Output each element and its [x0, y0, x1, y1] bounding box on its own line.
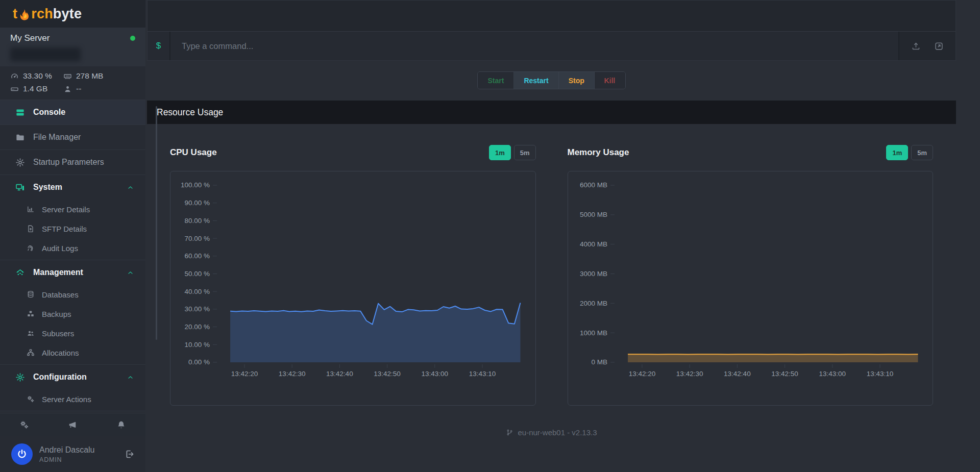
sidebar-item-server-actions[interactable]: Server Actions: [0, 389, 145, 409]
svg-text:13:42:30: 13:42:30: [676, 370, 703, 378]
console-output[interactable]: [148, 1, 955, 32]
cpu-stat-value: 33.30 %: [23, 71, 52, 81]
database-icon: [27, 290, 35, 299]
sidebar: t rch byte My Server 33.30 % 278 MB 1.4 …: [0, 0, 145, 472]
avatar[interactable]: [11, 443, 33, 465]
memory-usage-range-toggle: 1m5m: [886, 145, 933, 160]
svg-text:2000 MB: 2000 MB: [579, 300, 607, 307]
logout-icon[interactable]: [124, 449, 134, 459]
flame-icon: [18, 9, 31, 21]
popout-icon[interactable]: [934, 41, 944, 51]
server-id-redacted: [10, 47, 81, 61]
svg-text:20.00 %: 20.00 %: [184, 323, 210, 331]
stop-button[interactable]: Stop: [559, 72, 595, 89]
main-content: $ StartRestartStopKill Resource Usage CP…: [145, 0, 980, 472]
section-header: Resource Usage: [147, 101, 956, 124]
svg-text:13:43:10: 13:43:10: [469, 370, 496, 378]
server-stats: 33.30 % 278 MB 1.4 GB --: [0, 66, 145, 100]
svg-text:0 MB: 0 MB: [591, 359, 607, 366]
sidebar-item-label: Audit Logs: [42, 244, 78, 253]
sidebar-item-label: Startup Parameters: [33, 158, 104, 167]
sidebar-item-label: System: [33, 183, 62, 192]
sidebar-item-label: File Manager: [33, 133, 81, 142]
gears-icon: [27, 395, 35, 403]
command-input[interactable]: [170, 32, 898, 60]
bell-icon[interactable]: [116, 420, 126, 430]
start-button[interactable]: Start: [478, 72, 514, 89]
user-name: Andrei Dascalu: [39, 445, 95, 455]
nav-group-console: Console: [0, 100, 145, 125]
sidebar-nav: ConsoleFile ManagerStartup ParametersSys…: [0, 100, 145, 413]
sidebar-item-server-details[interactable]: Server Details: [0, 200, 145, 219]
console-actions: [898, 32, 955, 60]
sidebar-item-configuration[interactable]: Configuration: [0, 365, 145, 389]
chart-icon: [27, 205, 35, 213]
disk-stat: 1.4 GB: [10, 84, 63, 93]
sidebar-item-console[interactable]: Console: [0, 100, 145, 125]
cpu-stat: 33.30 %: [10, 71, 63, 81]
memory-usage-range-5m-button[interactable]: 5m: [911, 145, 933, 160]
cpu-usage-title: CPU Usage: [170, 147, 217, 158]
disk-stat-value: 1.4 GB: [23, 84, 47, 93]
svg-text:13:43:10: 13:43:10: [866, 370, 893, 378]
sidebar-item-label: Management: [33, 268, 83, 277]
svg-text:13:42:40: 13:42:40: [724, 370, 751, 378]
sidebar-item-label: Databases: [42, 290, 79, 299]
memory-stat-value: 278 MB: [76, 71, 103, 81]
sidebar-item-startup-parameters[interactable]: Startup Parameters: [0, 150, 145, 175]
memory-usage-chart: 6000 MB5000 MB4000 MB3000 MB2000 MB1000 …: [568, 171, 934, 406]
brand-middle: rch: [31, 6, 53, 22]
svg-text:40.00 %: 40.00 %: [184, 288, 210, 295]
upload-icon[interactable]: [911, 41, 921, 51]
megaphone-icon[interactable]: [68, 420, 78, 430]
folder-icon: [15, 133, 25, 142]
sidebar-item-system[interactable]: System: [0, 175, 145, 200]
power-button-group: StartRestartStopKill: [477, 71, 625, 89]
sidebar-item-file-manager[interactable]: File Manager: [0, 125, 145, 150]
memory-usage-range-1m-button[interactable]: 1m: [886, 145, 908, 160]
user-role: ADMIN: [39, 456, 95, 463]
system-icon: [15, 183, 25, 192]
svg-text:13:42:40: 13:42:40: [326, 370, 353, 378]
svg-text:13:42:20: 13:42:20: [628, 370, 655, 378]
svg-text:60.00 %: 60.00 %: [184, 252, 210, 260]
sidebar-item-audit-logs[interactable]: Audit Logs: [0, 238, 145, 258]
sidebar-item-label: SFTP Details: [42, 225, 87, 233]
sitemap-icon: [27, 349, 35, 357]
sidebar-item-databases[interactable]: Databases: [0, 285, 145, 304]
command-prompt: $: [148, 32, 170, 60]
users-icon: [27, 329, 35, 337]
svg-text:80.00 %: 80.00 %: [184, 217, 210, 225]
cpu-usage-range-1m-button[interactable]: 1m: [489, 145, 511, 160]
cpu-usage-range-5m-button[interactable]: 5m: [514, 145, 536, 160]
memory-usage-title: Memory Usage: [568, 147, 629, 158]
nav-group-management: ManagementDatabasesBackupsSubusersAlloca…: [0, 260, 145, 365]
sidebar-item-allocations[interactable]: Allocations: [0, 343, 145, 362]
cpu-usage-panel: CPU Usage1m5m100.00 %90.00 %80.00 %70.00…: [170, 145, 536, 406]
server-icon: [15, 108, 25, 117]
sidebar-scrollbar[interactable]: [156, 106, 157, 340]
gears-icon[interactable]: [19, 420, 29, 430]
sidebar-item-sftp-details[interactable]: SFTP Details: [0, 219, 145, 238]
server-selector[interactable]: My Server: [0, 28, 145, 66]
restart-button[interactable]: Restart: [514, 72, 558, 89]
svg-text:10.00 %: 10.00 %: [184, 341, 210, 349]
brand-logo[interactable]: t rch byte: [0, 0, 145, 28]
gear-accent-icon: [15, 372, 25, 382]
hdd-icon: [10, 85, 19, 93]
file-upload-icon: [27, 225, 35, 233]
sidebar-item-label: Subusers: [42, 329, 74, 338]
nav-group-configuration: ConfigurationServer Actions: [0, 365, 145, 411]
power-controls: StartRestartStopKill: [147, 71, 956, 89]
brand-prefix: t: [13, 6, 17, 22]
fingerprint-icon: [27, 244, 35, 252]
svg-text:0.00 %: 0.00 %: [188, 359, 210, 366]
sidebar-item-subusers[interactable]: Subusers: [0, 324, 145, 343]
power-icon: [16, 449, 28, 460]
sidebar-item-backups[interactable]: Backups: [0, 304, 145, 324]
boxes-icon: [27, 310, 35, 318]
sidebar-item-management[interactable]: Management: [0, 260, 145, 285]
players-stat: --: [63, 84, 135, 93]
memory-usage-panel: Memory Usage1m5m6000 MB5000 MB4000 MB300…: [568, 145, 934, 406]
kill-button[interactable]: Kill: [595, 72, 625, 89]
